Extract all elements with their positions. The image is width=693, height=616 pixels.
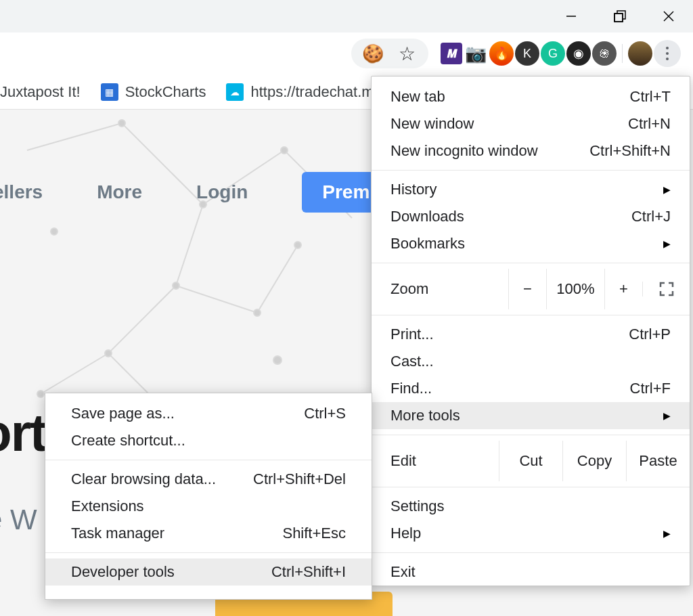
submenu-arrow-icon: ▶ <box>663 528 671 539</box>
nav-sellers[interactable]: ellers <box>0 181 43 203</box>
zoom-in-button[interactable]: + <box>604 269 642 309</box>
window-minimize-button[interactable] <box>547 0 596 32</box>
more-tools-submenu: Save page as... Ctrl+S Create shortcut..… <box>45 393 372 600</box>
toolbar-separator <box>622 44 623 63</box>
menu-label: Print... <box>390 326 434 343</box>
menu-exit[interactable]: Exit <box>372 558 690 586</box>
menu-separator <box>372 263 690 263</box>
menu-edit-row: Edit Cut Copy Paste <box>372 441 690 481</box>
favicon-icon: ☁ <box>226 83 244 101</box>
menu-label: Downloads <box>390 208 464 225</box>
shortcut-text: Ctrl+J <box>631 208 671 225</box>
extension-g-icon[interactable]: G <box>541 41 565 66</box>
shortcut-text: Ctrl+Shift+Del <box>253 470 346 488</box>
menu-label: Help <box>390 525 421 542</box>
menu-label: Create shortcut... <box>71 432 185 449</box>
svg-point-23 <box>37 391 44 397</box>
edit-copy-button[interactable]: Copy <box>562 441 626 481</box>
cookie-blocker-icon[interactable]: 🍪 <box>361 41 385 66</box>
submenu-clear-data[interactable]: Clear browsing data... Ctrl+Shift+Del <box>45 466 372 493</box>
submenu-extensions[interactable]: Extensions <box>45 493 372 520</box>
extension-k-icon[interactable]: K <box>515 41 539 66</box>
site-nav: ellers More Login Premiu <box>0 172 407 213</box>
fullscreen-button[interactable] <box>642 282 690 296</box>
edit-cut-button[interactable]: Cut <box>499 441 562 481</box>
menu-label: Settings <box>390 498 445 515</box>
bookmark-star-icon[interactable]: ☆ <box>395 41 419 66</box>
profile-avatar[interactable] <box>628 41 652 66</box>
menu-separator <box>372 315 690 315</box>
menu-bookmarks[interactable]: Bookmarks ▶ <box>372 230 690 257</box>
svg-point-21 <box>294 242 301 248</box>
omnibox-actions: 🍪 ☆ <box>351 39 428 68</box>
menu-label: Task manager <box>71 525 164 542</box>
shortcut-text: Ctrl+Shift+I <box>271 563 346 581</box>
menu-label: Clear browsing data... <box>71 470 216 488</box>
hero-heading: ort <box>0 402 46 464</box>
bookmark-stockcharts[interactable]: ▦ StockCharts <box>101 83 206 101</box>
minimize-icon <box>565 10 577 22</box>
menu-find[interactable]: Find... Ctrl+F <box>372 375 690 402</box>
svg-line-13 <box>108 286 176 353</box>
browser-toolbar: 🍪 ☆ 𝙈 📷 🔥 K G ◉ ֍ <box>0 32 693 74</box>
extension-spiral-icon[interactable]: ֍ <box>592 41 617 66</box>
menu-separator <box>45 460 372 460</box>
menu-settings[interactable]: Settings <box>372 493 690 520</box>
menu-new-window[interactable]: New window Ctrl+N <box>372 110 690 137</box>
maximize-icon <box>614 10 626 22</box>
shortcut-text: Shift+Esc <box>282 525 346 542</box>
window-maximize-button[interactable] <box>596 0 644 32</box>
svg-point-22 <box>105 350 112 357</box>
menu-incognito[interactable]: New incognito window Ctrl+Shift+N <box>372 137 690 164</box>
menu-label: Save page as... <box>71 405 175 422</box>
menu-more-tools[interactable]: More tools ▶ <box>372 402 690 429</box>
submenu-arrow-icon: ▶ <box>663 184 671 195</box>
extension-lens-icon[interactable]: ◉ <box>566 41 591 66</box>
menu-downloads[interactable]: Downloads Ctrl+J <box>372 203 690 230</box>
chrome-menu-button[interactable] <box>654 40 681 67</box>
submenu-developer-tools[interactable]: Developer tools Ctrl+Shift+I <box>45 558 372 586</box>
nav-login[interactable]: Login <box>196 181 248 203</box>
bookmark-label: StockCharts <box>125 83 206 101</box>
extension-fire-icon[interactable]: 🔥 <box>489 41 514 66</box>
menu-new-tab[interactable]: New tab Ctrl+T <box>372 83 690 110</box>
submenu-task-manager[interactable]: Task manager Shift+Esc <box>45 520 372 547</box>
menu-history[interactable]: History ▶ <box>372 176 690 203</box>
extension-camera-icon[interactable]: 📷 <box>464 41 488 66</box>
submenu-save-page[interactable]: Save page as... Ctrl+S <box>45 400 372 427</box>
svg-point-26 <box>51 228 58 235</box>
bookmark-label: https://tradechat.m <box>250 83 374 101</box>
menu-separator <box>372 552 690 553</box>
close-icon <box>663 10 675 22</box>
menu-help[interactable]: Help ▶ <box>372 520 690 547</box>
svg-line-11 <box>176 286 257 313</box>
menu-label: Find... <box>390 380 432 397</box>
svg-point-19 <box>173 282 179 289</box>
extension-m-icon[interactable]: 𝙈 <box>441 43 462 64</box>
svg-line-12 <box>257 245 298 313</box>
zoom-out-button[interactable]: − <box>508 269 546 309</box>
edit-paste-button[interactable]: Paste <box>626 441 690 481</box>
menu-label: New window <box>390 115 474 133</box>
menu-separator <box>45 552 372 553</box>
menu-print[interactable]: Print... Ctrl+P <box>372 321 690 348</box>
svg-rect-2 <box>614 14 623 22</box>
submenu-create-shortcut[interactable]: Create shortcut... <box>45 427 372 454</box>
menu-label: Cast... <box>390 353 434 370</box>
shortcut-text: Ctrl+T <box>630 88 671 106</box>
window-close-button[interactable] <box>644 0 693 32</box>
fullscreen-icon <box>659 282 674 296</box>
menu-cast[interactable]: Cast... <box>372 348 690 375</box>
nav-more[interactable]: More <box>97 181 142 203</box>
menu-label: New tab <box>390 88 445 106</box>
svg-line-6 <box>27 123 122 150</box>
svg-point-20 <box>254 309 261 316</box>
menu-label: Edit <box>372 452 499 470</box>
bookmark-tradechat[interactable]: ☁ https://tradechat.m <box>226 83 374 101</box>
menu-separator <box>372 487 690 487</box>
window-controls-bar <box>0 0 693 32</box>
svg-point-18 <box>281 147 288 154</box>
menu-separator <box>372 435 690 435</box>
shortcut-text: Ctrl+F <box>630 380 671 397</box>
bookmark-juxtapost[interactable]: Juxtapost It! <box>0 83 81 101</box>
